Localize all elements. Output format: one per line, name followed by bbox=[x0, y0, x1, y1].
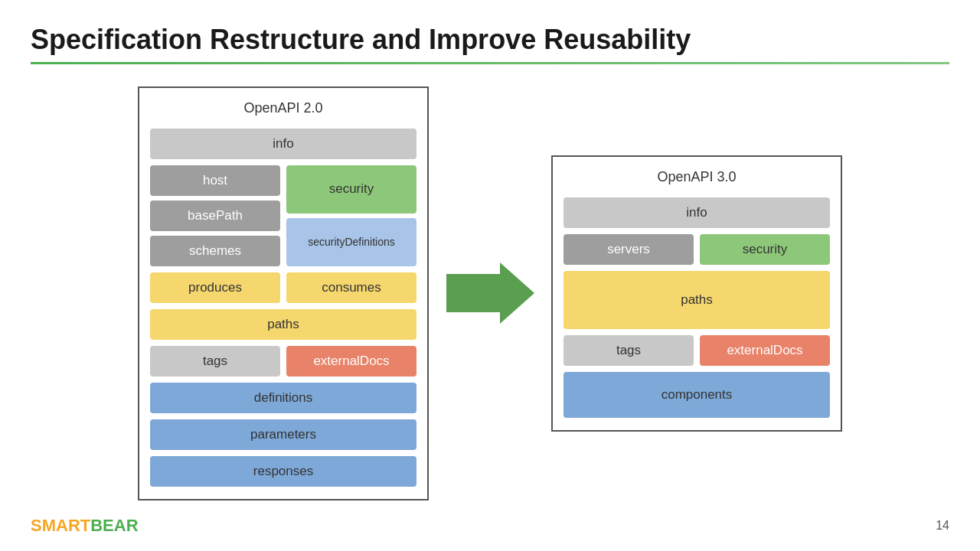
openapi20-consumes: consumes bbox=[286, 272, 416, 303]
openapi30-row2: tags externalDocs bbox=[564, 335, 830, 366]
content-area: OpenAPI 2.0 info host basePath schemes s… bbox=[31, 78, 949, 508]
openapi20-title: OpenAPI 2.0 bbox=[150, 100, 416, 116]
openapi20-row1: host basePath schemes security securityD… bbox=[150, 165, 416, 266]
openapi30-externaldocs: externalDocs bbox=[700, 335, 830, 366]
openapi20-definitions: definitions bbox=[150, 383, 416, 413]
openapi20-schemes: schemes bbox=[150, 236, 280, 266]
slide: Specification Restructure and Improve Re… bbox=[0, 0, 980, 551]
openapi20-produces: produces bbox=[150, 272, 280, 303]
openapi20-parameters: parameters bbox=[150, 419, 416, 450]
openapi30-title: OpenAPI 3.0 bbox=[564, 169, 830, 185]
openapi20-paths: paths bbox=[150, 309, 416, 340]
footer: SMARTBEAR 14 bbox=[31, 508, 949, 536]
openapi30-paths: paths bbox=[564, 271, 830, 329]
brand-smart: SMART bbox=[31, 516, 90, 535]
brand-bear: BEAR bbox=[90, 516, 138, 535]
openapi30-security: security bbox=[700, 234, 830, 265]
arrow-head bbox=[500, 262, 534, 324]
openapi20-info: info bbox=[150, 129, 416, 159]
openapi20-tags: tags bbox=[150, 346, 280, 377]
openapi30-box: OpenAPI 3.0 info servers security paths … bbox=[551, 155, 842, 432]
openapi20-externaldocs: externalDocs bbox=[286, 346, 416, 377]
openapi20-host: host bbox=[150, 165, 280, 196]
openapi20-basepath: basePath bbox=[150, 201, 280, 231]
openapi20-row2: produces consumes bbox=[150, 272, 416, 303]
openapi20-row3: tags externalDocs bbox=[150, 346, 416, 377]
openapi30-tags: tags bbox=[564, 335, 694, 366]
openapi20-box: OpenAPI 2.0 info host basePath schemes s… bbox=[138, 86, 429, 500]
brand-logo: SMARTBEAR bbox=[31, 516, 139, 536]
arrow-container bbox=[452, 262, 528, 324]
arrow-body bbox=[446, 274, 500, 312]
openapi20-securitydefinitions: securityDefinitions bbox=[286, 218, 416, 266]
page-number: 14 bbox=[936, 519, 949, 533]
openapi20-security: security bbox=[286, 165, 416, 214]
openapi30-info: info bbox=[564, 197, 830, 228]
openapi30-row1: servers security bbox=[564, 234, 830, 265]
openapi30-servers: servers bbox=[564, 234, 694, 265]
title-underline bbox=[31, 62, 949, 64]
openapi20-responses: responses bbox=[150, 456, 416, 487]
slide-title: Specification Restructure and Improve Re… bbox=[31, 23, 949, 56]
openapi30-components: components bbox=[564, 372, 830, 418]
arrow-shape bbox=[446, 262, 534, 324]
